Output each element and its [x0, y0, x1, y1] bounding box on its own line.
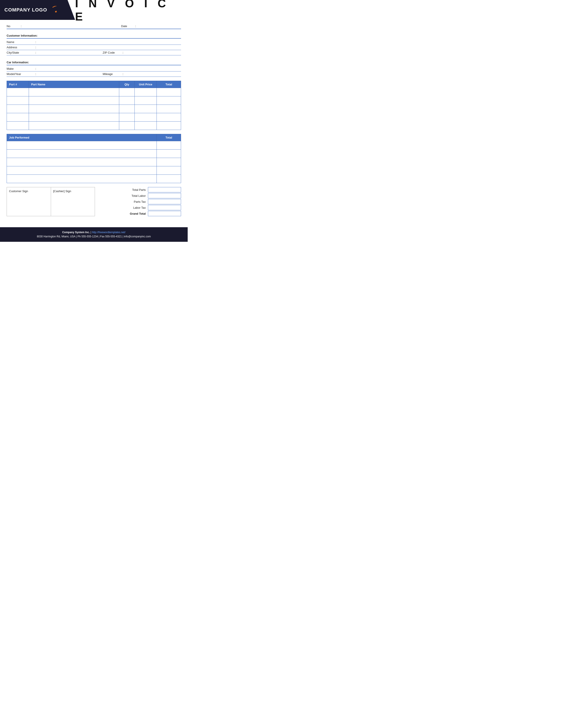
page-header: COMPANY LOGO I N V O I C E	[0, 0, 188, 20]
part-unitprice-cell[interactable]	[135, 113, 157, 122]
part-qty-cell[interactable]	[119, 96, 135, 105]
table-row	[7, 88, 181, 96]
address-value[interactable]	[38, 46, 181, 49]
job-desc-cell[interactable]	[7, 141, 157, 150]
part-total-cell[interactable]	[157, 96, 181, 105]
page-content: No : Date : Customer Information: Name :…	[0, 24, 188, 227]
zip-value[interactable]	[125, 51, 181, 54]
date-label: Date	[121, 24, 134, 28]
city-label: City/State	[7, 51, 35, 54]
job-desc-cell[interactable]	[7, 175, 157, 183]
bottom-section: Customer Sign [Cashier] Sign Total Parts…	[7, 187, 181, 216]
labor-tax-row: Labor Tax	[99, 205, 181, 210]
name-value[interactable]	[38, 40, 181, 44]
part-qty-cell[interactable]	[119, 113, 135, 122]
part-unitprice-cell[interactable]	[135, 96, 157, 105]
part-total-cell[interactable]	[157, 113, 181, 122]
cashier-sign-label: [Cashier] Sign	[53, 190, 93, 193]
part-qty-cell[interactable]	[119, 105, 135, 113]
zip-label: ZIP Code	[103, 51, 122, 54]
table-row	[7, 96, 181, 105]
city-value[interactable]	[38, 51, 94, 54]
make-colon: :	[35, 67, 36, 70]
table-row	[7, 158, 181, 166]
part-num-cell[interactable]	[7, 105, 29, 113]
part-num-cell[interactable]	[7, 96, 29, 105]
part-total-cell[interactable]	[157, 88, 181, 96]
job-desc-cell[interactable]	[7, 158, 157, 166]
no-value[interactable]	[23, 24, 67, 28]
grand-total-row: Grand Total	[99, 211, 181, 216]
part-unitprice-cell[interactable]	[135, 122, 157, 130]
cashier-sign-box[interactable]: [Cashier] Sign	[51, 187, 95, 216]
city-colon: :	[35, 51, 36, 54]
part-num-cell[interactable]	[7, 122, 29, 130]
job-total-cell[interactable]	[157, 150, 181, 158]
part-unitprice-cell[interactable]	[135, 105, 157, 113]
col-header-partname: Part Name	[29, 81, 119, 88]
invoice-no-field: No :	[7, 24, 67, 28]
footer-website[interactable]: http://freewordtemplates.net/	[92, 231, 125, 234]
customer-divider	[7, 38, 181, 39]
total-labor-value[interactable]	[148, 193, 181, 198]
table-row	[7, 175, 181, 183]
make-value[interactable]	[38, 67, 181, 70]
invoice-title-area: I N V O I C E	[75, 0, 188, 20]
no-label: No	[7, 24, 20, 28]
total-parts-value[interactable]	[148, 187, 181, 192]
part-name-cell[interactable]	[29, 122, 119, 130]
table-row	[7, 113, 181, 122]
part-num-cell[interactable]	[7, 88, 29, 96]
col-header-job: Job Performed	[7, 134, 157, 141]
customer-sign-box[interactable]: Customer Sign	[7, 187, 51, 216]
parts-table: Part # Part Name Qty Unit Price Total	[7, 81, 181, 130]
job-desc-cell[interactable]	[7, 150, 157, 158]
date-colon: :	[135, 24, 136, 28]
signature-boxes: Customer Sign [Cashier] Sign	[7, 187, 95, 216]
total-parts-label: Total Parts	[119, 188, 146, 191]
customer-address-row: Address :	[7, 45, 181, 50]
job-desc-cell[interactable]	[7, 166, 157, 175]
col-header-qty: Qty	[119, 81, 135, 88]
part-total-cell[interactable]	[157, 105, 181, 113]
table-row	[7, 105, 181, 113]
part-name-cell[interactable]	[29, 96, 119, 105]
mileage-value[interactable]	[125, 72, 181, 76]
model-label: Model/Year	[7, 72, 35, 76]
part-name-cell[interactable]	[29, 113, 119, 122]
labor-tax-value[interactable]	[148, 205, 181, 210]
zip-colon: :	[122, 51, 123, 54]
mileage-label: Mileage	[103, 72, 122, 76]
part-qty-cell[interactable]	[119, 122, 135, 130]
jobs-table-header-row: Job Performed Total	[7, 134, 181, 141]
total-parts-row: Total Parts	[99, 187, 181, 192]
parts-tax-label: Parts Tax	[119, 200, 146, 203]
part-total-cell[interactable]	[157, 122, 181, 130]
parts-table-header-row: Part # Part Name Qty Unit Price Total	[7, 81, 181, 88]
model-value[interactable]	[38, 72, 94, 76]
invoice-date-field: Date :	[121, 24, 181, 28]
table-row	[7, 141, 181, 150]
no-date-row: No : Date :	[7, 24, 181, 29]
job-total-cell[interactable]	[157, 141, 181, 150]
car-model-row: Model/Year : Mileage :	[7, 71, 181, 77]
footer-line1: Company System Inc. | http://freewordtem…	[4, 230, 183, 235]
grand-total-label: Grand Total	[119, 212, 146, 215]
parts-tax-value[interactable]	[148, 199, 181, 204]
part-unitprice-cell[interactable]	[135, 88, 157, 96]
customer-info-header: Customer Information:	[7, 32, 181, 37]
job-total-cell[interactable]	[157, 175, 181, 183]
car-divider	[7, 65, 181, 65]
customer-city-row: City/State : ZIP Code :	[7, 50, 181, 55]
grand-total-value[interactable]	[148, 211, 181, 216]
part-name-cell[interactable]	[29, 105, 119, 113]
total-labor-label: Total Labor	[119, 194, 146, 197]
part-name-cell[interactable]	[29, 88, 119, 96]
total-labor-row: Total Labor	[99, 193, 181, 198]
date-value[interactable]	[137, 24, 181, 28]
job-total-cell[interactable]	[157, 158, 181, 166]
part-qty-cell[interactable]	[119, 88, 135, 96]
part-num-cell[interactable]	[7, 113, 29, 122]
no-colon: :	[21, 24, 22, 28]
job-total-cell[interactable]	[157, 166, 181, 175]
